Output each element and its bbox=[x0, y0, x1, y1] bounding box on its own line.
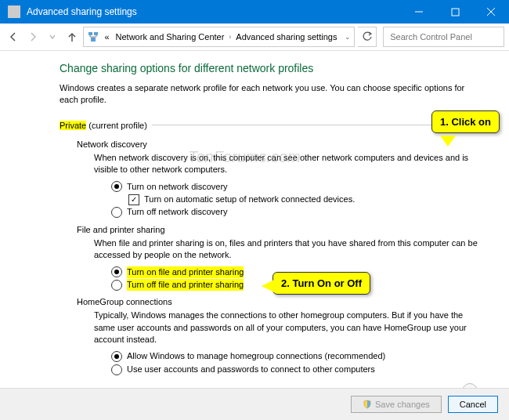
radio-icon bbox=[111, 351, 122, 362]
refresh-button[interactable] bbox=[358, 27, 377, 47]
svg-rect-7 bbox=[91, 38, 96, 42]
up-button[interactable] bbox=[63, 27, 80, 46]
search-input[interactable] bbox=[388, 31, 499, 42]
forward-button[interactable] bbox=[24, 27, 41, 46]
annotation-1-tail bbox=[440, 136, 456, 147]
page-title: Change sharing options for different net… bbox=[60, 62, 478, 74]
breadcrumb-root[interactable]: « bbox=[103, 32, 110, 42]
svg-rect-1 bbox=[452, 9, 459, 16]
radio-icon bbox=[111, 207, 122, 218]
radio-nd-off[interactable]: Turn off network discovery bbox=[111, 206, 478, 218]
footer-bar: Save changes Cancel bbox=[0, 388, 509, 420]
profile-private-name: Private bbox=[60, 121, 86, 130]
annotation-2-tail bbox=[262, 280, 274, 292]
checkbox-icon: ✓ bbox=[128, 194, 139, 205]
radio-icon bbox=[111, 364, 122, 375]
section-network-discovery: Network discovery bbox=[77, 139, 478, 149]
shield-icon bbox=[363, 400, 372, 409]
maximize-button[interactable] bbox=[437, 0, 473, 24]
save-button[interactable]: Save changes bbox=[351, 396, 442, 413]
annotation-2: 2. Turn On or Off bbox=[273, 272, 370, 295]
hg-desc: Typically, Windows manages the connectio… bbox=[94, 310, 478, 346]
nav-toolbar: « Network and Sharing Center › Advanced … bbox=[0, 24, 509, 51]
nd-desc: When network discovery is on, this compu… bbox=[94, 152, 478, 176]
back-button[interactable] bbox=[5, 27, 21, 46]
radio-icon bbox=[111, 181, 122, 192]
chevron-down-icon[interactable]: ⌄ bbox=[345, 33, 351, 41]
check-nd-auto[interactable]: ✓Turn on automatic setup of network conn… bbox=[128, 194, 478, 205]
svg-rect-6 bbox=[94, 32, 98, 35]
radio-nd-on[interactable]: Turn on network discovery bbox=[111, 181, 478, 193]
search-box[interactable] bbox=[383, 27, 504, 47]
section-homegroup: HomeGroup connections bbox=[77, 297, 478, 306]
radio-hg-allow[interactable]: Allow Windows to manage homegroup connec… bbox=[111, 350, 478, 362]
content-pane: TenForums.com Change sharing options for… bbox=[0, 51, 509, 399]
fps-desc: When file and printer sharing is on, fil… bbox=[94, 237, 478, 262]
chevron-right-icon: › bbox=[229, 33, 231, 41]
breadcrumb-item[interactable]: Network and Sharing Center bbox=[114, 32, 226, 42]
network-icon bbox=[87, 31, 99, 43]
radio-icon bbox=[111, 266, 122, 277]
titlebar: Advanced sharing settings bbox=[0, 0, 509, 24]
breadcrumb-item[interactable]: Advanced sharing settings bbox=[234, 32, 338, 42]
radio-hg-user[interactable]: Use user accounts and passwords to conne… bbox=[111, 364, 478, 375]
intro-text: Windows creates a separate network profi… bbox=[60, 82, 478, 107]
divider bbox=[152, 125, 457, 125]
recent-button[interactable] bbox=[44, 27, 60, 46]
profile-private-suffix: (current profile) bbox=[86, 121, 147, 130]
cancel-button[interactable]: Cancel bbox=[448, 396, 498, 413]
minimize-button[interactable] bbox=[401, 0, 437, 24]
section-file-printer-sharing: File and printer sharing bbox=[77, 225, 478, 234]
profile-private-header[interactable]: Private (current profile) ⌃ bbox=[60, 118, 478, 133]
app-icon bbox=[8, 5, 20, 18]
annotation-1: 1. Click on bbox=[431, 110, 500, 133]
radio-icon bbox=[111, 280, 122, 291]
address-bar[interactable]: « Network and Sharing Center › Advanced … bbox=[83, 27, 355, 47]
window-title: Advanced sharing settings bbox=[27, 6, 401, 17]
close-button[interactable] bbox=[473, 0, 509, 24]
svg-rect-5 bbox=[88, 32, 92, 35]
